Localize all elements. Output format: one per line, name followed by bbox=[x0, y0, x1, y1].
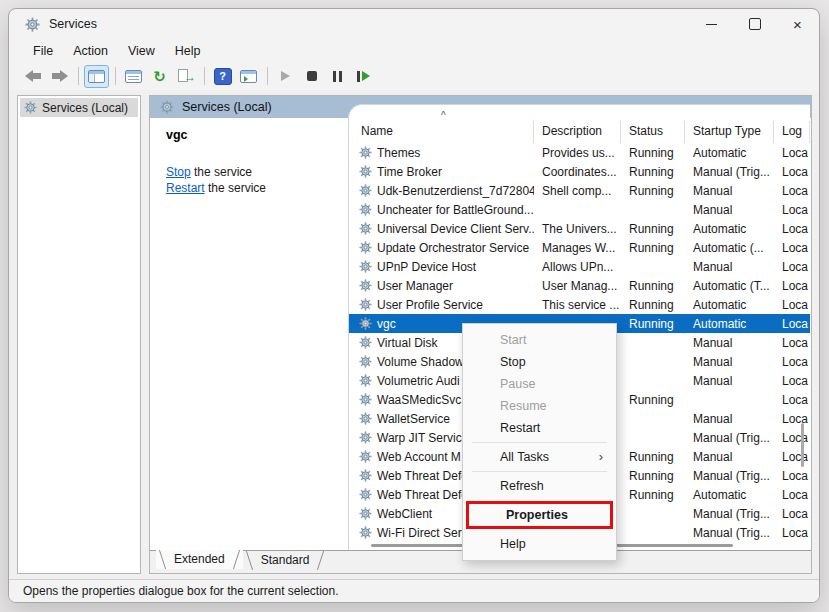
console-tree-icon bbox=[88, 70, 105, 83]
stop-service-button[interactable] bbox=[299, 65, 324, 88]
status-cell: Running bbox=[621, 165, 685, 179]
properties-icon bbox=[125, 70, 142, 83]
service-name: Web Threat Defe bbox=[377, 469, 468, 483]
context-menu-item-all-tasks[interactable]: All Tasks› bbox=[463, 446, 616, 468]
startup-type-cell: Manual (Trig... bbox=[685, 431, 774, 445]
description-cell: Allows UPn... bbox=[534, 260, 621, 274]
context-menu-item-restart[interactable]: Restart bbox=[463, 417, 616, 439]
log-on-as-cell: Loca bbox=[774, 317, 810, 331]
show-console-tree-button[interactable] bbox=[84, 65, 109, 88]
name-cell: Time Broker bbox=[349, 165, 534, 179]
log-on-as-cell: Loca bbox=[774, 431, 810, 445]
properties-toolbar-button[interactable] bbox=[121, 65, 146, 88]
description-cell: The Univers... bbox=[534, 222, 621, 236]
service-link-text: the service bbox=[205, 181, 266, 195]
column-header-description[interactable]: Description bbox=[534, 121, 621, 143]
service-name: vgc bbox=[377, 317, 396, 331]
help-button[interactable]: ? bbox=[210, 65, 235, 88]
column-header-status[interactable]: Status bbox=[621, 121, 685, 143]
menu-item-label: Start bbox=[500, 333, 526, 347]
context-menu-item-refresh[interactable]: Refresh bbox=[463, 475, 616, 497]
table-row[interactable]: Update Orchestrator ServiceManages W...R… bbox=[349, 238, 810, 257]
context-menu-item-resume[interactable]: Resume bbox=[463, 395, 616, 417]
context-menu-item-start[interactable]: Start bbox=[463, 329, 616, 351]
toolbar-separator bbox=[115, 67, 116, 85]
status-cell: Running bbox=[621, 488, 685, 502]
service-name: Virtual Disk bbox=[377, 336, 437, 350]
table-row[interactable]: UPnP Device HostAllows UPn...ManualLoca bbox=[349, 257, 810, 276]
startup-type-cell: Automatic (T... bbox=[685, 279, 774, 293]
start-service-button[interactable] bbox=[273, 65, 298, 88]
tab-extended[interactable]: Extended bbox=[156, 550, 243, 569]
service-gear-icon bbox=[359, 526, 372, 539]
table-row[interactable]: Uncheater for BattleGround...ManualLoca bbox=[349, 200, 810, 219]
service-name: WebClient bbox=[377, 507, 432, 521]
menu-help[interactable]: Help bbox=[165, 42, 211, 60]
services-header-icon bbox=[160, 100, 174, 114]
menu-item-label: Help bbox=[500, 537, 526, 551]
refresh-button[interactable]: ↻ bbox=[147, 65, 172, 88]
panel-header-label: Services (Local) bbox=[182, 100, 272, 114]
content-area: Services (Local) Services (Local) vgc St… bbox=[9, 90, 819, 580]
back-button[interactable] bbox=[21, 65, 46, 88]
show-action-pane-button[interactable] bbox=[236, 65, 261, 88]
log-on-as-cell: Loca bbox=[774, 355, 810, 369]
table-row[interactable]: ThemesProvides us...RunningAutomaticLoca bbox=[349, 143, 810, 162]
startup-type-cell: Automatic bbox=[685, 222, 774, 236]
service-name: Update Orchestrator Service bbox=[377, 241, 529, 255]
service-gear-icon bbox=[359, 222, 372, 235]
menu-view[interactable]: View bbox=[118, 42, 165, 60]
close-button[interactable]: × bbox=[776, 9, 819, 39]
menu-item-label: Stop bbox=[500, 355, 526, 369]
startup-type-cell: Manual (Trig... bbox=[685, 526, 774, 540]
status-cell: Running bbox=[621, 298, 685, 312]
maximize-button[interactable] bbox=[733, 9, 776, 39]
service-link-line: Stop the service bbox=[166, 164, 348, 180]
restart-service-button[interactable] bbox=[351, 65, 376, 88]
context-menu-item-properties[interactable]: Properties bbox=[469, 504, 610, 526]
menu-action[interactable]: Action bbox=[63, 42, 118, 60]
description-cell: Shell comp... bbox=[534, 184, 621, 198]
help-icon: ? bbox=[214, 68, 232, 85]
name-cell: Udk-Benutzerdienst_7d72804 bbox=[349, 184, 534, 198]
table-row[interactable]: Time BrokerCoordinates...RunningManual (… bbox=[349, 162, 810, 181]
minimize-icon bbox=[706, 24, 717, 25]
name-cell: Uncheater for BattleGround... bbox=[349, 203, 534, 217]
menu-file[interactable]: File bbox=[23, 42, 63, 60]
startup-type-cell: Manual (Trig... bbox=[685, 165, 774, 179]
vertical-scrollbar[interactable] bbox=[801, 423, 804, 467]
context-menu-item-help[interactable]: Help bbox=[463, 533, 616, 555]
window-controls: × bbox=[690, 9, 819, 39]
pause-service-button[interactable] bbox=[325, 65, 350, 88]
table-row[interactable]: Udk-Benutzerdienst_7d72804Shell comp...R… bbox=[349, 181, 810, 200]
window-title: Services bbox=[49, 17, 97, 31]
service-gear-icon bbox=[359, 146, 372, 159]
forward-button[interactable] bbox=[47, 65, 72, 88]
column-header-startup-type[interactable]: Startup Type bbox=[685, 121, 774, 143]
menu-item-label: All Tasks bbox=[500, 450, 549, 464]
service-gear-icon bbox=[359, 241, 372, 254]
column-header-log[interactable]: Log bbox=[774, 121, 810, 143]
service-name: Warp JIT Service bbox=[377, 431, 468, 445]
column-header-name[interactable]: Name bbox=[349, 121, 534, 143]
log-on-as-cell: Loca bbox=[774, 507, 810, 521]
menu-item-label: Properties bbox=[506, 508, 568, 522]
context-menu-item-pause[interactable]: Pause bbox=[463, 373, 616, 395]
service-name: Uncheater for BattleGround... bbox=[377, 203, 534, 217]
startup-type-cell: Automatic bbox=[685, 146, 774, 160]
table-row[interactable]: User ManagerUser Manag...RunningAutomati… bbox=[349, 276, 810, 295]
minimize-button[interactable] bbox=[690, 9, 733, 39]
tab-standard[interactable]: Standard bbox=[243, 551, 328, 570]
startup-type-cell: Manual bbox=[685, 260, 774, 274]
pause-icon bbox=[333, 71, 336, 82]
table-row[interactable]: User Profile ServiceThis service ...Runn… bbox=[349, 295, 810, 314]
table-row[interactable]: Universal Device Client Serv...The Unive… bbox=[349, 219, 810, 238]
context-menu-item-stop[interactable]: Stop bbox=[463, 351, 616, 373]
log-on-as-cell: Loca bbox=[774, 450, 810, 464]
tree-item-services-local[interactable]: Services (Local) bbox=[20, 98, 138, 117]
restart-service-link[interactable]: Restart bbox=[166, 181, 205, 195]
status-bar: Opens the properties dialogue box for th… bbox=[9, 579, 819, 602]
export-list-button[interactable]: → bbox=[173, 65, 198, 88]
stop-service-link[interactable]: Stop bbox=[166, 165, 191, 179]
export-list-icon: → bbox=[177, 69, 194, 84]
